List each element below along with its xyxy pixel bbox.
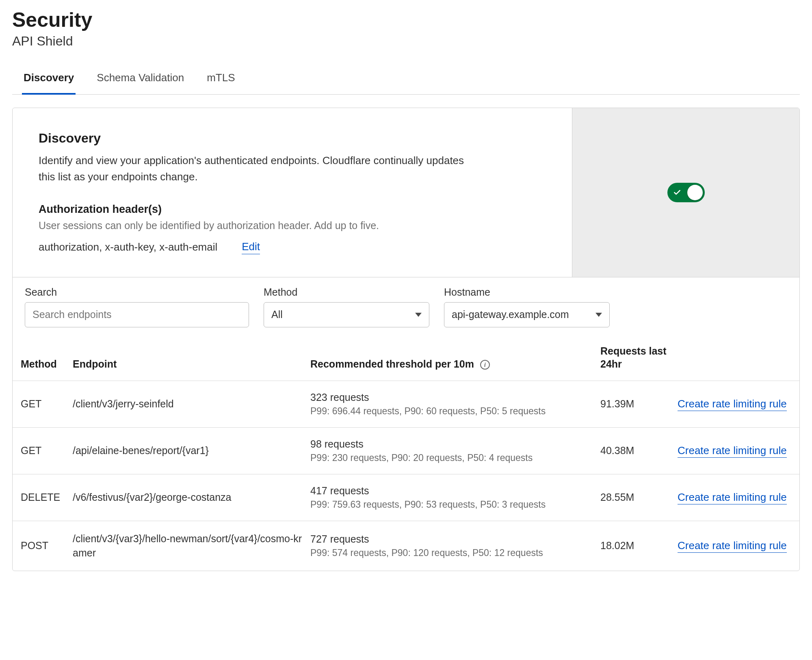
hostname-select-value: api-gateway.example.com (452, 309, 569, 320)
tab-schema-validation[interactable]: Schema Validation (95, 71, 186, 95)
col-requests: Requests last 24hr (596, 337, 673, 381)
chevron-down-icon (415, 313, 422, 317)
check-icon (673, 188, 681, 198)
col-action (673, 337, 799, 381)
tab-bar: Discovery Schema Validation mTLS (12, 71, 800, 95)
hostname-label: Hostname (444, 286, 610, 298)
table-row: POST/client/v3/{var3}/hello-newman/sort/… (13, 521, 799, 571)
requests-cell: 28.55M (596, 474, 673, 521)
col-threshold-label: Recommended threshold per 10m (310, 358, 474, 370)
threshold-cell: 727 requestsP99: 574 requests, P90: 120 … (306, 521, 596, 571)
create-rate-limit-link[interactable]: Create rate limiting rule (678, 444, 787, 458)
col-threshold: Recommended threshold per 10m i (306, 337, 596, 381)
threshold-sub: P99: 696.44 requests, P90: 60 requests, … (310, 406, 592, 417)
page-subtitle: API Shield (12, 34, 800, 49)
method-select-value: All (271, 309, 283, 320)
requests-cell: 91.39M (596, 381, 673, 427)
threshold-main: 323 requests (310, 392, 592, 403)
threshold-cell: 417 requestsP99: 759.63 requests, P90: 5… (306, 474, 596, 521)
threshold-main: 727 requests (310, 533, 592, 545)
table-row: GET/api/elaine-benes/report/{var1}98 req… (13, 427, 799, 474)
endpoint-cell: /v6/festivus/{var2}/george-costanza (69, 474, 306, 521)
discovery-description: Identify and view your application's aut… (39, 152, 477, 185)
edit-link[interactable]: Edit (242, 240, 260, 254)
enable-toggle[interactable] (667, 183, 705, 202)
filters-row: Search Method All Hostname api-gateway.e… (13, 277, 799, 331)
auth-headers-description: User sessions can only be identified by … (39, 220, 548, 232)
method-cell: GET (13, 427, 69, 474)
discovery-card: Discovery Identify and view your applica… (12, 108, 800, 571)
tab-discovery[interactable]: Discovery (22, 71, 76, 95)
method-cell: GET (13, 381, 69, 427)
endpoint-cell: /client/v3/jerry-seinfeld (69, 381, 306, 427)
threshold-cell: 323 requestsP99: 696.44 requests, P90: 6… (306, 381, 596, 427)
info-icon[interactable]: i (480, 360, 490, 370)
hostname-select[interactable]: api-gateway.example.com (444, 302, 610, 327)
method-label: Method (264, 286, 429, 298)
toggle-knob (687, 185, 703, 200)
method-cell: POST (13, 521, 69, 571)
threshold-sub: P99: 574 requests, P90: 120 requests, P5… (310, 547, 592, 558)
search-input[interactable] (25, 302, 249, 327)
tab-mtls[interactable]: mTLS (205, 71, 236, 95)
threshold-main: 417 requests (310, 485, 592, 497)
table-row: DELETE/v6/festivus/{var2}/george-costanz… (13, 474, 799, 521)
chevron-down-icon (595, 313, 602, 317)
table-row: GET/client/v3/jerry-seinfeld323 requests… (13, 381, 799, 427)
action-cell: Create rate limiting rule (673, 474, 799, 521)
threshold-sub: P99: 230 requests, P90: 20 requests, P50… (310, 452, 592, 463)
create-rate-limit-link[interactable]: Create rate limiting rule (678, 539, 787, 553)
action-cell: Create rate limiting rule (673, 521, 799, 571)
endpoint-cell: /client/v3/{var3}/hello-newman/sort/{var… (69, 521, 306, 571)
action-cell: Create rate limiting rule (673, 381, 799, 427)
requests-cell: 18.02M (596, 521, 673, 571)
create-rate-limit-link[interactable]: Create rate limiting rule (678, 398, 787, 411)
auth-headers-title: Authorization header(s) (39, 203, 548, 216)
discovery-title: Discovery (39, 131, 548, 146)
threshold-main: 98 requests (310, 438, 592, 450)
col-method: Method (13, 337, 69, 381)
create-rate-limit-link[interactable]: Create rate limiting rule (678, 491, 787, 504)
search-label: Search (25, 286, 249, 298)
threshold-cell: 98 requestsP99: 230 requests, P90: 20 re… (306, 427, 596, 474)
endpoint-cell: /api/elaine-benes/report/{var1} (69, 427, 306, 474)
method-select[interactable]: All (264, 302, 429, 327)
threshold-sub: P99: 759.63 requests, P90: 53 requests, … (310, 499, 592, 510)
page-title: Security (12, 9, 800, 31)
requests-cell: 40.38M (596, 427, 673, 474)
auth-headers-value: authorization, x-auth-key, x-auth-email (39, 241, 217, 253)
col-endpoint: Endpoint (69, 337, 306, 381)
endpoint-table: Method Endpoint Recommended threshold pe… (13, 337, 799, 571)
method-cell: DELETE (13, 474, 69, 521)
action-cell: Create rate limiting rule (673, 427, 799, 474)
